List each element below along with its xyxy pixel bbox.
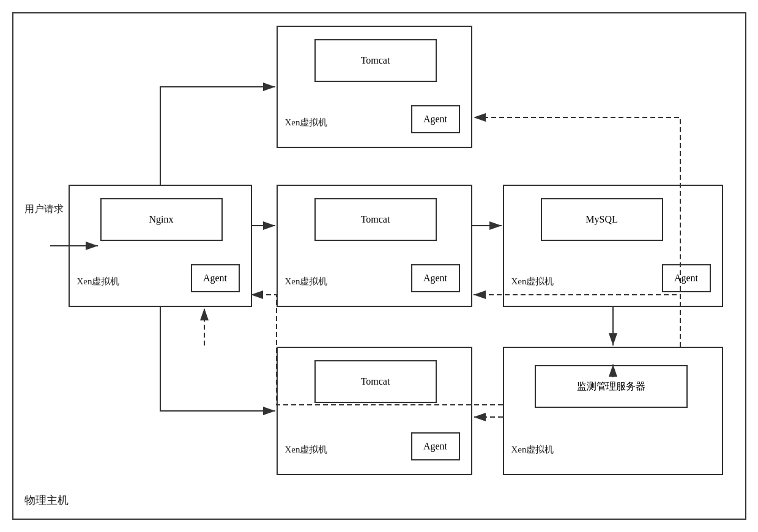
mid-tomcat-box: Tomcat — [314, 198, 437, 241]
mid-right-agent-box: Agent — [662, 264, 711, 292]
phys-label: 物理主机 — [24, 493, 69, 508]
bot-tomcat-box: Tomcat — [314, 360, 437, 403]
bot-center-agent-box: Agent — [411, 432, 460, 460]
mysql-box: MySQL — [541, 198, 663, 241]
mid-center-agent-box: Agent — [411, 264, 460, 292]
monitor-box: 监测管理服务器 — [535, 365, 688, 408]
mid-center-vm-box: Tomcat Xen虚拟机 Agent — [277, 185, 472, 307]
mid-left-vm-label: Xen虚拟机 — [77, 276, 120, 287]
monitor-vm-box: 监测管理服务器 Xen虚拟机 — [503, 347, 723, 475]
arrow-nginx-bot-tomcat — [160, 307, 275, 411]
mid-right-vm-label: Xen虚拟机 — [511, 276, 554, 287]
user-request-label: 用户请求 — [24, 203, 64, 216]
main-diagram: 用户请求 物理主机 Tomcat Xen虚拟机 Agent Nginx Xen虚… — [12, 12, 746, 520]
bot-center-vm-box: Tomcat Xen虚拟机 Agent — [277, 347, 472, 475]
mid-center-vm-label: Xen虚拟机 — [285, 276, 328, 287]
top-vm-label: Xen虚拟机 — [285, 117, 328, 128]
nginx-box: Nginx — [100, 198, 223, 241]
monitor-vm-label: Xen虚拟机 — [511, 444, 554, 456]
mid-right-vm-box: MySQL Xen虚拟机 Agent — [503, 185, 723, 307]
mid-left-agent-box: Agent — [191, 264, 240, 292]
top-vm-box: Tomcat Xen虚拟机 Agent — [277, 26, 472, 148]
top-agent-box: Agent — [411, 105, 460, 133]
mid-left-vm-box: Nginx Xen虚拟机 Agent — [69, 185, 252, 307]
bot-center-vm-label: Xen虚拟机 — [285, 444, 328, 456]
arrow-nginx-top-tomcat — [160, 87, 275, 185]
top-tomcat-box: Tomcat — [314, 39, 437, 82]
